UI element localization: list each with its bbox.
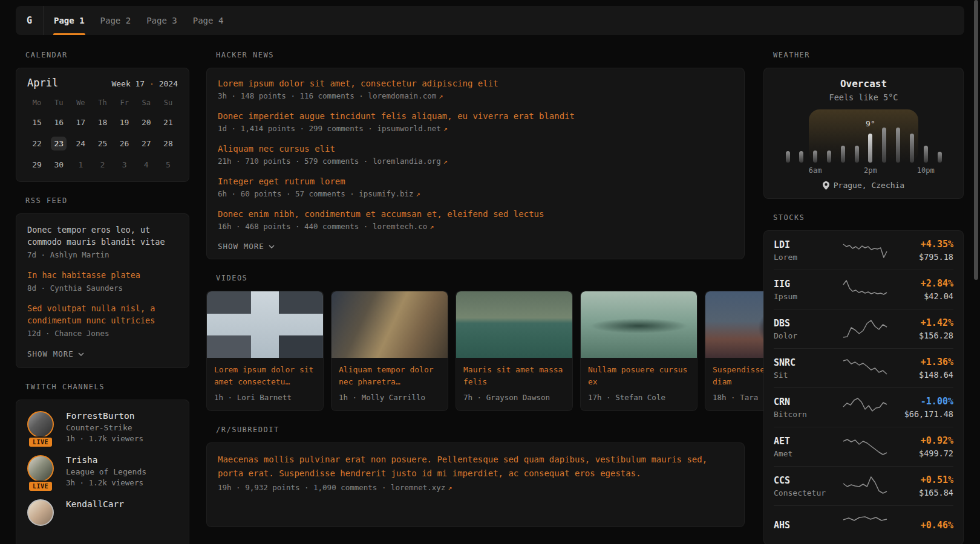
stock-row[interactable]: CCSConsectetur+0.51%$165.84 [774, 466, 953, 505]
twitch-channel-row[interactable]: LIVETrishaLeague of Legends3h · 1.2k vie… [27, 455, 178, 487]
calendar-day: 17 [70, 112, 91, 133]
time-axis-label: 10pm [917, 166, 935, 175]
hackernews-show-more-button[interactable]: SHOW MORE [218, 242, 275, 251]
rss-widget: RSS FEED Donec tempor eros leo, ut commo… [16, 196, 189, 368]
hackernews-item-meta: 6h · 60 points · 57 comments · ipsumify.… [218, 189, 733, 198]
stock-symbol: AHS [774, 520, 832, 531]
stock-row[interactable]: LDILorem+4.35%$795.18 [774, 231, 953, 270]
stock-row[interactable]: AETAmet+0.92%$499.72 [774, 427, 953, 466]
hackernews-item-meta: 3h · 148 points · 116 comments · loremdo… [218, 91, 733, 100]
meta-separator: · [359, 157, 373, 166]
tab-page-4[interactable]: Page 4 [185, 6, 232, 35]
tab-page-1[interactable]: Page 1 [46, 6, 93, 35]
twitch-channel-name[interactable]: KendallCarr [66, 499, 124, 509]
weather-bar [938, 152, 942, 163]
stock-values: +1.42%$156.28 [898, 317, 953, 340]
post-domain-link[interactable]: loremnet.xyz [391, 483, 445, 492]
video-meta: 18h · Tara [713, 393, 763, 402]
hackernews-item-link[interactable]: Donec enim nibh, condimentum et accumsan… [218, 207, 733, 221]
rss-item-link[interactable]: In hac habitasse platea [27, 269, 178, 281]
weather-location-row: Prague, Czechia [775, 181, 952, 190]
item-meta-text: 16h · 468 points · 440 comments [218, 222, 359, 231]
twitch-channel-name[interactable]: ForrestBurton [66, 411, 143, 421]
item-domain-link[interactable]: loremlandia.org [373, 157, 441, 166]
twitch-widget: TWITCH CHANNELS LIVEForrestBurtonCounter… [16, 383, 189, 544]
stock-info: AHS [774, 520, 832, 531]
video-thumbnail [456, 291, 572, 358]
weather-condition: Overcast [775, 78, 952, 89]
hackernews-item-meta: 16h · 468 points · 440 comments · loremt… [218, 222, 733, 231]
tab-page-3[interactable]: Page 3 [139, 6, 185, 35]
calendar-day: 25 [91, 133, 113, 154]
calendar-day-number: 28 [160, 137, 176, 151]
subreddit-post-link[interactable]: Maecenas mollis pulvinar erat non posuer… [218, 453, 733, 481]
video-card[interactable]: Aliquam tempor dolor nec pharetra…1h · M… [331, 291, 448, 411]
video-card[interactable]: Lorem ipsum dolor sit amet consectetu…1h… [206, 291, 324, 411]
video-card[interactable]: Mauris sit amet massa felis7h · Grayson … [456, 291, 573, 411]
stock-row[interactable]: AHS+0.46% [774, 505, 953, 544]
weather-bar [910, 134, 914, 163]
scrollbar-thumb[interactable] [974, 0, 978, 280]
stock-values: +0.51%$165.84 [898, 474, 953, 497]
rss-item-link[interactable]: Sed volutpat nulla nisl, a condimentum n… [27, 302, 178, 326]
post-meta-text: 19h · 9,932 points · 1,090 comments [218, 483, 377, 492]
rss-show-more-button[interactable]: SHOW MORE [27, 349, 84, 358]
video-thumbnail [705, 291, 763, 358]
subreddit-widget-label: /R/SUBREDDIT [216, 426, 745, 434]
stocks-card: LDILorem+4.35%$795.18IIGIpsum+2.84%$42.0… [763, 230, 964, 544]
video-card[interactable]: Nullam posuere cursus ex17h · Stefan Col… [580, 291, 697, 411]
calendar-day: 20 [136, 112, 157, 133]
twitch-channel-row[interactable]: LIVEForrestBurtonCounter-Strike1h · 1.7k… [27, 411, 178, 443]
video-meta: 1h · Molly Carrillo [339, 393, 440, 402]
scrollbar [973, 0, 979, 544]
meta-separator: · [345, 189, 359, 198]
hackernews-item-link[interactable]: Lorem ipsum dolor sit amet, consectetur … [218, 77, 733, 90]
calendar-weekday: Su [157, 99, 179, 112]
stock-row[interactable]: IIGIpsum+2.84%$42.04 [774, 270, 953, 309]
video-card[interactable]: Suspendisse diam18h · Tara [705, 291, 763, 411]
hackernews-item-meta: 1d · 1,414 points · 299 comments · ipsum… [218, 124, 733, 133]
item-domain-link[interactable]: ipsumworld.net [377, 124, 440, 133]
item-domain-link[interactable]: ipsumify.biz [359, 189, 413, 198]
twitch-channel-info: TrishaLeague of Legends3h · 1.2k viewers [66, 455, 146, 487]
twitch-channel-info: ForrestBurtonCounter-Strike1h · 1.7k vie… [66, 411, 143, 443]
tab-label: Page 1 [54, 16, 85, 25]
tab-page-2[interactable]: Page 2 [93, 6, 139, 35]
calendar-weekday: Sa [136, 99, 157, 112]
calendar-day-number: 15 [29, 115, 45, 129]
right-column: WEATHER Overcast Feels like 5°C 9°6am2pm… [763, 51, 964, 544]
stock-row[interactable]: SNRCSit+1.36%$148.64 [774, 348, 953, 387]
calendar-weekday: Tu [48, 99, 70, 112]
meta-separator: · [359, 222, 373, 231]
item-domain-link[interactable]: loremtech.co [373, 222, 427, 231]
twitch-channel-viewers: 3h · 1.2k viewers [66, 478, 146, 487]
live-badge: LIVE [28, 436, 53, 448]
calendar-day: 30 [48, 154, 70, 175]
stock-row[interactable]: DBSDolor+1.42%$156.28 [774, 309, 953, 348]
hackernews-item-link[interactable]: Aliquam nec cursus elit [218, 142, 733, 155]
weather-bar [786, 151, 790, 163]
avatar: LIVE [27, 411, 56, 443]
calendar-day: 22 [26, 133, 48, 154]
avatar: LIVE [27, 455, 56, 487]
video-card-body: Nullam posuere cursus ex17h · Stefan Col… [581, 358, 697, 410]
hackernews-item: Aliquam nec cursus elit21h · 710 points … [218, 142, 733, 166]
rss-item: Sed volutpat nulla nisl, a condimentum n… [27, 302, 178, 338]
stock-info: DBSDolor [774, 318, 832, 340]
stock-name: Amet [774, 449, 832, 458]
item-domain-link[interactable]: loremdomain.com [368, 91, 436, 100]
middle-column: HACKER NEWS Lorem ipsum dolor sit amet, … [206, 51, 745, 544]
hackernews-item-link[interactable]: Integer eget rutrum lorem [218, 175, 733, 188]
stock-row[interactable]: CRNBitcorn-1.00%$66,171.48 [774, 387, 953, 427]
show-more-label: SHOW MORE [218, 242, 264, 251]
twitch-channel-name[interactable]: Trisha [66, 455, 146, 465]
left-column: CALENDAR April Week 17 · 2024 MoTuWeThFr… [16, 51, 189, 544]
stock-info: CCSConsectetur [774, 475, 832, 497]
calendar-weekday: Th [91, 99, 113, 112]
stock-sparkline-wrap [832, 278, 898, 301]
twitch-channel-row[interactable]: KendallCarr [27, 499, 178, 526]
app-logo[interactable]: G [16, 6, 44, 35]
video-meta: 17h · Stefan Cole [588, 393, 690, 402]
rss-item-link[interactable]: Donec tempor eros leo, ut commodo mauris… [27, 224, 178, 248]
hackernews-item-link[interactable]: Donec imperdiet augue tincidunt felis al… [218, 109, 733, 123]
